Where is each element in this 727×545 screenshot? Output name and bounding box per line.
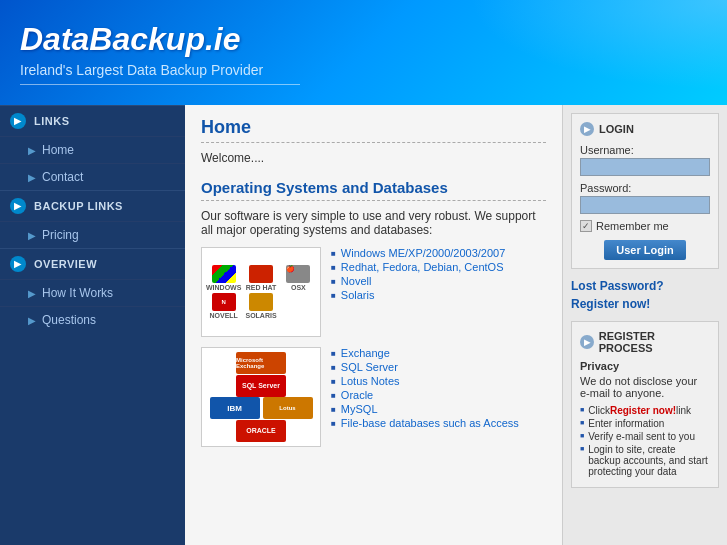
- redhat-logo: RED HAT: [243, 265, 278, 291]
- username-input[interactable]: [580, 158, 710, 176]
- sidebar-item-home[interactable]: ▶ Home: [0, 136, 185, 163]
- os-list: Windows ME/XP/2000/2003/2007 Redhat, Fed…: [331, 247, 505, 303]
- solaris-logo: SOLARIS: [243, 293, 278, 319]
- db-list-item: Exchange: [331, 347, 519, 359]
- reg-step-4: Login to site, create backup accounts, a…: [580, 444, 710, 477]
- db-list-item: SQL Server: [331, 361, 519, 373]
- register-section: ▶ Register Process Privacy We do not dis…: [571, 321, 719, 488]
- db-link-exchange[interactable]: Exchange: [341, 347, 390, 359]
- header-text: DataBackup.ie Ireland's Largest Data Bac…: [20, 21, 300, 85]
- lost-password-link[interactable]: Lost Password?: [571, 279, 719, 293]
- os-description: Our software is very simple to use and v…: [201, 209, 546, 237]
- windows-icon: [212, 265, 236, 283]
- os-link-novell[interactable]: Novell: [341, 275, 372, 287]
- login-button[interactable]: User Login: [604, 240, 685, 260]
- main-divider: [201, 142, 546, 143]
- remember-label: Remember me: [596, 220, 669, 232]
- os-grid: WINDOWS RED HAT 🍎 OSX N NOVELL: [201, 247, 546, 337]
- lotus-logo: Lotus: [263, 397, 313, 419]
- sql-server-logo: SQL Server: [236, 375, 286, 397]
- questions-arrow-icon: ▶: [28, 315, 36, 326]
- sidebar-item-pricing[interactable]: ▶ Pricing: [0, 221, 185, 248]
- questions-label: Questions: [42, 313, 96, 327]
- os-logos: WINDOWS RED HAT 🍎 OSX N NOVELL: [202, 261, 320, 323]
- contact-label: Contact: [42, 170, 83, 184]
- exchange-logo: Microsoft Exchange: [236, 352, 286, 374]
- login-section: ▶ Login Username: Password: ✓ Remember m…: [571, 113, 719, 269]
- db-logo-row-3: IBM Lotus: [210, 397, 313, 419]
- register-steps-list: Click Register now! link Enter informati…: [580, 405, 710, 477]
- os-image-box: WINDOWS RED HAT 🍎 OSX N NOVELL: [201, 247, 321, 337]
- os-divider: [201, 200, 546, 201]
- links-section-icon: ▶: [10, 113, 26, 129]
- how-it-works-arrow-icon: ▶: [28, 288, 36, 299]
- sidebar-item-questions[interactable]: ▶ Questions: [0, 306, 185, 333]
- oracle-logo: ORACLE: [236, 420, 286, 442]
- db-link-mysql[interactable]: MySQL: [341, 403, 378, 415]
- register-header: ▶ Register Process: [580, 330, 710, 354]
- username-label: Username:: [580, 144, 710, 156]
- sidebar-item-how-it-works[interactable]: ▶ How It Works: [0, 279, 185, 306]
- sidebar-section-overview[interactable]: ▶ Overview: [0, 248, 185, 279]
- novell-icon: N: [212, 293, 236, 311]
- db-link-oracle[interactable]: Oracle: [341, 389, 373, 401]
- sidebar: ▶ Links ▶ Home ▶ Contact ▶ Backup Links …: [0, 105, 185, 545]
- layout: ▶ Links ▶ Home ▶ Contact ▶ Backup Links …: [0, 105, 727, 545]
- backup-links-section-label: Backup Links: [34, 200, 123, 212]
- sidebar-section-links[interactable]: ▶ Links: [0, 105, 185, 136]
- home-arrow-icon: ▶: [28, 145, 36, 156]
- sidebar-item-contact[interactable]: ▶ Contact: [0, 163, 185, 190]
- header-divider: [20, 84, 300, 85]
- register-now-link[interactable]: Register now!: [571, 297, 719, 311]
- solaris-icon: [249, 293, 273, 311]
- reg-step-1: Click Register now! link: [580, 405, 710, 416]
- home-label: Home: [42, 143, 74, 157]
- right-panel: ▶ Login Username: Password: ✓ Remember m…: [562, 105, 727, 545]
- novell-label: NOVELL: [210, 312, 238, 319]
- how-it-works-label: How It Works: [42, 286, 113, 300]
- pricing-label: Pricing: [42, 228, 79, 242]
- welcome-text: Welcome....: [201, 151, 546, 165]
- db-link-lotus[interactable]: Lotus Notes: [341, 375, 400, 387]
- novell-logo: N NOVELL: [206, 293, 241, 319]
- backup-links-section-icon: ▶: [10, 198, 26, 214]
- solaris-label: SOLARIS: [245, 312, 276, 319]
- os-list-item: Redhat, Fedora, Debian, CentOS: [331, 261, 505, 273]
- os-list-item: Solaris: [331, 289, 505, 301]
- os-link-windows[interactable]: Windows ME/XP/2000/2003/2007: [341, 247, 506, 259]
- db-logo-row-2: SQL Server: [236, 375, 286, 397]
- privacy-text: We do not disclose your e-mail to anyone…: [580, 375, 710, 399]
- remember-checkbox[interactable]: ✓: [580, 220, 592, 232]
- os-section-title: Operating Systems and Databases: [201, 179, 546, 196]
- sidebar-section-backup-links[interactable]: ▶ Backup Links: [0, 190, 185, 221]
- contact-arrow-icon: ▶: [28, 172, 36, 183]
- windows-logo: WINDOWS: [206, 265, 241, 291]
- db-link-filebase[interactable]: File-base databases such as Access: [341, 417, 519, 429]
- password-label: Password:: [580, 182, 710, 194]
- ibm-logo: IBM: [210, 397, 260, 419]
- os-link-redhat[interactable]: Redhat, Fedora, Debian, CentOS: [341, 261, 504, 273]
- db-logo-row-1: Microsoft Exchange: [236, 352, 286, 374]
- os-link-solaris[interactable]: Solaris: [341, 289, 375, 301]
- register-title: Register Process: [599, 330, 710, 354]
- register-now-inline-link[interactable]: Register now!: [610, 405, 676, 416]
- header: DataBackup.ie Ireland's Largest Data Bac…: [0, 0, 727, 105]
- overview-section-icon: ▶: [10, 256, 26, 272]
- reg-step-2: Enter information: [580, 418, 710, 429]
- password-input[interactable]: [580, 196, 710, 214]
- os-list-item: Windows ME/XP/2000/2003/2007: [331, 247, 505, 259]
- remember-row: ✓ Remember me: [580, 220, 710, 232]
- page-title: Home: [201, 117, 546, 138]
- db-list: Exchange SQL Server Lotus Notes Oracle M…: [331, 347, 519, 431]
- register-header-icon: ▶: [580, 335, 594, 349]
- db-list-item: Lotus Notes: [331, 375, 519, 387]
- login-header-icon: ▶: [580, 122, 594, 136]
- overview-section-label: Overview: [34, 258, 97, 270]
- db-image-box: Microsoft Exchange SQL Server IBM Lotus …: [201, 347, 321, 447]
- db-grid: Microsoft Exchange SQL Server IBM Lotus …: [201, 347, 546, 447]
- apple-icon: 🍎: [286, 265, 310, 283]
- os-list-item: Novell: [331, 275, 505, 287]
- db-link-sqlserver[interactable]: SQL Server: [341, 361, 398, 373]
- site-subtitle: Ireland's Largest Data Backup Provider: [20, 62, 300, 78]
- login-header: ▶ Login: [580, 122, 710, 136]
